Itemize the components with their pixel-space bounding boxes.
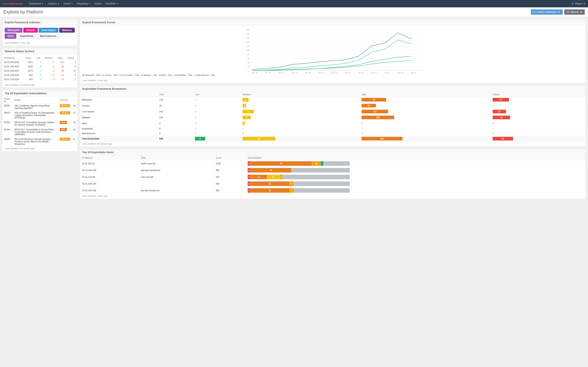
table-row: Malware 216 0 8 189 19 [80,115,586,120]
col-name: Name [13,97,58,103]
nav-workflow[interactable]: Workflow ▼ [104,0,121,7]
cell-count: 16 [72,120,77,127]
elliot-button[interactable]: Elliot [5,33,16,39]
table-row: Total Exploitable 506 5 156 292 43 [80,136,586,142]
breakdown-col-low: Low [193,92,241,97]
switch-dashboard-button[interactable]: ⊞ Switch Dashboard ▼ [531,9,562,15]
exploithub-button[interactable]: ExploitHub [17,33,36,39]
high-bar: 13 [251,175,267,179]
page-title: Exploits by Platform [3,9,43,15]
critical-bar: 43 [493,137,513,141]
svg-text:120: 120 [246,45,250,47]
bad-autoruns-button[interactable]: Bad Autoruns [37,33,60,39]
hosts-col-vuln: Vulnerabilities [246,156,586,160]
cell-host-dns: jnd-dtp.melcara.int [139,187,214,194]
cell-total: 143 [157,109,193,115]
svg-text:Nov 29: Nov 29 [292,72,297,74]
table-row[interactable]: 10.31.104.134 402 2314 [80,180,586,187]
cell-medium: 9 [43,77,56,82]
table-row[interactable]: 10.31.114.0/24 645 2 31 23 8 [2,73,77,77]
high-bar: 292 [362,137,402,141]
table-row[interactable]: 10.31.204.21 win81.corp.lab 1159 39916 [80,160,586,167]
severity-badge: Medium [60,138,70,141]
cell-high-bar: 189 [360,115,490,120]
exploitable-framework-breakdown-panel: Exploitable Framework Breakdown Total Lo… [80,85,586,147]
cell-host-dns [139,180,214,187]
cell-critical-bar: 0 [491,103,586,109]
vuln-bar-container: 432 [248,168,350,173]
table-row[interactable]: 10.31.114.30 rhel.corp.lab 442 713102 [80,174,586,180]
cell-plugin-id: 81264 [2,127,13,137]
metasploit-button[interactable]: Metasploit [5,28,22,33]
cell-severity: Medium [58,137,72,146]
nav-assets[interactable]: Assets [92,0,104,7]
table-row: Canvas 28 0 3 25 0 [80,103,586,109]
table-row[interactable]: 10.31.100.0/24 1279 2 79 28 19 [2,69,77,73]
table-row[interactable]: 10.31.104.156 jnd-dtp.melcara.int 402 23… [80,187,586,194]
brand-logo[interactable]: SecurityCenter [2,2,23,5]
severity-badge: Medium [60,104,70,107]
medium-bar: 156 [242,137,275,141]
cell-high-bar: 25 [360,103,490,109]
table-row[interactable]: 10.31.114.0/24 267 0 9 16 2 [2,77,77,82]
brand-name: SecurityCenter [2,2,23,5]
options-button[interactable]: ⚙ Options ▼ [564,9,585,15]
critical-bar: 4 [248,168,251,173]
cell-plugin-id: 87253 [2,120,13,127]
cell-ip: 10.31.114.0/24 [2,73,24,77]
cell-count: 14 [72,127,77,137]
malware-button[interactable]: Malware [59,28,75,33]
nav-dashboard[interactable]: Dashboard ▼ [27,0,46,7]
green-bar [320,161,323,166]
cell-host-score: 442 [214,174,245,180]
table-row[interactable]: 81264 MS15-011: Vulnerability in Group P… [2,127,77,137]
legend-color-elliot [159,75,161,75]
nav-scans[interactable]: Scans ▼ [61,0,75,7]
grid-icon: ⊞ [533,11,535,13]
cell-host-vuln: 713102 [246,174,586,180]
cell-score: 1279 [24,69,34,73]
cell-host-dns: rhel.corp.lab [139,174,214,180]
cell-medium-bar: 8 [241,115,360,120]
user-menu[interactable]: 👤 Megan ▼ [571,2,586,5]
table-row[interactable]: 78479 SSLv3 Padding Oracle On Downgraded… [2,110,77,120]
cell-critical-bar: 0 [491,131,586,136]
cell-critical-bar: 43 [491,136,586,142]
core-impact-button[interactable]: Core Impact [39,28,58,33]
cell-ip: 10.31.114.0/24 [2,77,24,82]
top20-title: Top 20 Exploitable Vulnerabilities [2,90,77,97]
svg-text:Jan 24: Jan 24 [398,72,403,74]
cell-critical: 3 [66,60,77,64]
svg-text:60: 60 [247,58,250,59]
table-row: Core Impact 143 0 17 112 14 [80,109,586,115]
cell-severity: Medium [58,103,72,110]
cell-critical-bar: 17 [491,97,586,103]
nav-right: 👤 Megan ▼ [571,2,586,5]
severity-badge: High [60,128,67,131]
cell-ip: 10.31.100.0/24 [2,69,24,73]
table-row[interactable]: 10.31.104.0/24 1316 0 12 96 8 [2,64,77,69]
svg-text:20: 20 [247,66,250,68]
table-row[interactable]: 87253 MS15-124: Cumulative Security Upda… [2,120,77,127]
svg-text:180: 180 [246,33,250,35]
cell-medium-bar: 0 [241,131,360,136]
exploit-framework-trends-panel: Exploit Framework Trends 200 [80,19,586,83]
nav-analysis[interactable]: Analysis ▼ [45,0,61,7]
cell-total: 506 [157,136,193,142]
cell-low-bar: 0 [193,109,241,115]
table-row[interactable]: 10.31.204.0/24 1372 1 17 120 3 [2,60,77,64]
chevron-down-icon: ▼ [580,11,582,13]
critical-bar: 2 [248,182,251,186]
cell-total: 2 [157,120,193,126]
nav-reporting[interactable]: Reporting ▼ [75,0,92,7]
medium-bar: 5 [242,98,249,101]
cell-count: 33 [72,103,77,110]
canvas-button[interactable]: Canvas [23,28,38,33]
cell-low-bar: 0 [193,120,241,126]
low-bar: 4 [290,182,294,186]
table-row[interactable]: 10.31.104.140 grd-lptp.melcara.int 483 4… [80,167,586,174]
table-row[interactable]: 35291 SSL Certificate Signed Using Weak … [2,103,77,110]
table-row[interactable]: 18405 Microsoft Windows Remote Desktop P… [2,137,77,146]
low-bar: 5 [195,137,205,141]
legend-color-metasploit [82,75,84,75]
